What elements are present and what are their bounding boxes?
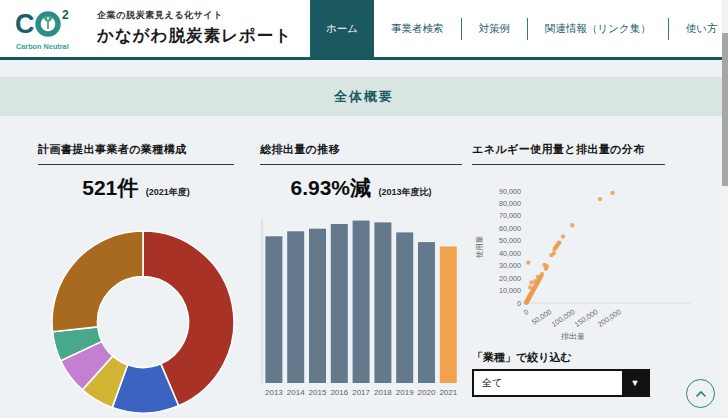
industry-count: 521件 bbox=[82, 176, 138, 199]
bar-2014 bbox=[287, 231, 304, 383]
scatter-x-tick: 200,000 bbox=[596, 307, 623, 329]
scatter-point bbox=[526, 260, 530, 264]
bar-2020 bbox=[418, 242, 435, 383]
bar-x-tick: 2019 bbox=[396, 388, 414, 397]
scatter-point bbox=[552, 251, 556, 255]
bar-x-tick: 2014 bbox=[287, 388, 305, 397]
chevron-down-icon[interactable]: ▼ bbox=[622, 371, 648, 395]
scatter-x-tick: 50,000 bbox=[530, 307, 553, 327]
bar-x-tick: 2017 bbox=[352, 388, 370, 397]
scrollbar-thumb[interactable] bbox=[722, 33, 728, 186]
bar-x-tick: 2016 bbox=[330, 388, 348, 397]
panel-total-emissions: 総排出量の推移 6.93%減 (2013年度比) bbox=[260, 142, 462, 202]
industry-headline: 521件 (2021年度) bbox=[38, 174, 234, 202]
industry-count-note: (2021年度) bbox=[146, 187, 190, 197]
bar-2015 bbox=[309, 229, 326, 383]
bar-2018 bbox=[374, 222, 391, 383]
nav-item-home[interactable]: ホーム bbox=[310, 0, 374, 57]
nav-item-how-to-use[interactable]: 使い方 bbox=[669, 0, 728, 57]
bar-x-tick: 2013 bbox=[265, 388, 283, 397]
scatter-y-axis-label: 使用量 bbox=[475, 235, 484, 258]
site-logo[interactable]: C 2 Carbon Neutral bbox=[15, 5, 91, 53]
bar-2019 bbox=[396, 232, 413, 383]
main-nav: ホーム 事業者検索 対策例 関連情報（リンク集） 使い方 bbox=[310, 0, 728, 57]
bar-2016 bbox=[331, 224, 348, 383]
industry-donut-chart bbox=[48, 227, 238, 417]
panel-industry-composition: 計画書提出事業者の業種構成 521件 (2021年度) bbox=[38, 142, 234, 202]
site-subtitle: 企業の脱炭素見える化サイト bbox=[97, 9, 292, 22]
scatter-y-tick: 30,000 bbox=[499, 261, 521, 270]
logo-caption: Carbon Neutral bbox=[16, 42, 69, 51]
bar-x-tick: 2018 bbox=[374, 388, 392, 397]
bar-2021 bbox=[440, 247, 457, 384]
scatter-panel-title: エネルギー使用量と排出量の分布 bbox=[472, 142, 665, 165]
scatter-point bbox=[545, 264, 549, 268]
bar-2013 bbox=[265, 236, 282, 383]
scrollbar-track bbox=[722, 0, 728, 418]
scatter-y-tick: 10,000 bbox=[499, 286, 521, 295]
scatter-y-tick: 80,000 bbox=[499, 199, 521, 208]
scatter-y-tick: 50,000 bbox=[499, 236, 521, 245]
scatter-x-tick: 100,000 bbox=[550, 307, 577, 329]
emissions-reduction-note: (2013年度比) bbox=[378, 187, 431, 197]
scroll-to-top-button[interactable] bbox=[686, 379, 715, 408]
scatter-y-tick: 70,000 bbox=[499, 211, 521, 220]
scatter-point bbox=[533, 279, 537, 283]
scatter-x-tick: 0 bbox=[522, 307, 530, 317]
scatter-point bbox=[598, 197, 602, 201]
leaf-icon bbox=[44, 16, 52, 29]
nav-item-measures[interactable]: 対策例 bbox=[462, 0, 528, 57]
emissions-reduction: 6.93%減 bbox=[290, 176, 371, 199]
section-title: 全体概要 bbox=[334, 88, 394, 106]
site-title-block: 企業の脱炭素見える化サイト かながわ脱炭素レポート bbox=[97, 9, 292, 47]
logo-letter-c: C bbox=[15, 9, 35, 39]
chevron-up-icon bbox=[694, 389, 708, 399]
scatter-point bbox=[528, 285, 532, 289]
scatter-y-tick: 40,000 bbox=[499, 249, 521, 258]
bar-x-tick: 2020 bbox=[418, 388, 436, 397]
emissions-headline: 6.93%減 (2013年度比) bbox=[260, 174, 462, 202]
emissions-panel-title: 総排出量の推移 bbox=[260, 142, 462, 165]
scatter-y-tick: 90,000 bbox=[499, 187, 521, 196]
industry-filter-label: 「業種」で絞り込む bbox=[472, 350, 572, 365]
scatter-point bbox=[540, 272, 544, 276]
industry-filter-selected-value: 全て bbox=[474, 371, 622, 395]
bar-x-tick: 2015 bbox=[309, 388, 327, 397]
donut-segment-brown bbox=[52, 231, 143, 332]
energy-scatter-chart: 010,00020,00030,00040,00050,00060,00070,… bbox=[470, 178, 715, 346]
logo-superscript-2: 2 bbox=[62, 8, 69, 22]
nav-item-business-search[interactable]: 事業者検索 bbox=[374, 0, 461, 57]
scatter-point bbox=[557, 240, 561, 244]
scatter-point bbox=[610, 191, 614, 195]
scatter-x-axis-label: 排出量 bbox=[561, 332, 585, 341]
scatter-y-tick: 60,000 bbox=[499, 224, 521, 233]
bar-2017 bbox=[353, 221, 370, 383]
scatter-point bbox=[570, 223, 574, 227]
scatter-y-tick: 20,000 bbox=[499, 274, 521, 283]
section-banner: 全体概要 bbox=[0, 77, 728, 116]
scatter-point bbox=[529, 280, 533, 284]
industry-panel-title: 計画書提出事業者の業種構成 bbox=[38, 142, 234, 165]
scatter-x-tick: 150,000 bbox=[573, 307, 600, 329]
bar-x-tick: 2021 bbox=[439, 388, 457, 397]
scatter-y-tick: 0 bbox=[517, 299, 521, 308]
scatter-point bbox=[561, 234, 565, 238]
nav-item-related-links[interactable]: 関連情報（リンク集） bbox=[528, 0, 668, 57]
panel-energy-distribution: エネルギー使用量と排出量の分布 bbox=[472, 142, 665, 165]
site-title: かながわ脱炭素レポート bbox=[97, 25, 292, 47]
industry-filter-select[interactable]: 全て ▼ bbox=[472, 369, 650, 397]
emissions-bar-chart: 201320142015201620172018201920202021 bbox=[258, 203, 464, 401]
scatter-point bbox=[536, 275, 540, 279]
